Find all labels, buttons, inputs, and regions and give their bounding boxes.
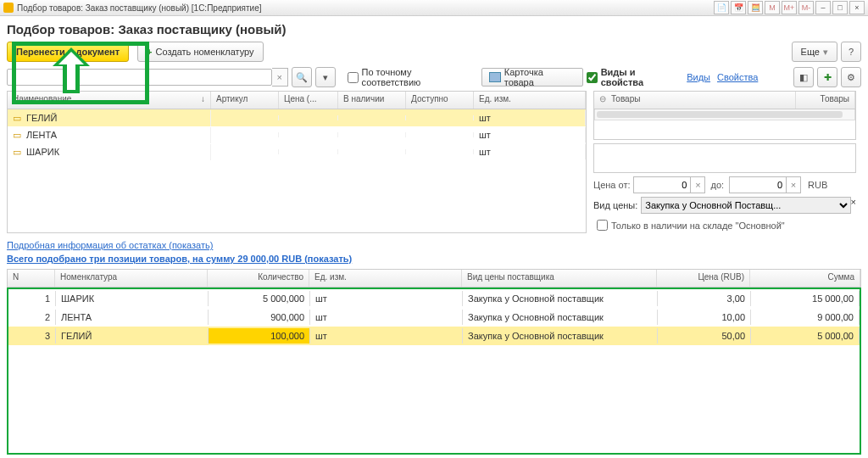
- price-from-label: Цена от:: [593, 180, 630, 190]
- help-button[interactable]: ?: [841, 42, 861, 62]
- tree-collapse-button[interactable]: ◧: [793, 67, 814, 87]
- transfer-button[interactable]: Перенести в документ: [7, 42, 129, 62]
- main-toolbar: Перенести в документ +Создать номенклату…: [7, 42, 861, 62]
- goods-row[interactable]: ▭ЛЕНТАшт: [8, 126, 586, 143]
- calendar-icon[interactable]: 📅: [731, 1, 746, 14]
- create-nomenclature-button[interactable]: +Создать номенклатуру: [137, 42, 264, 62]
- preview-panel: [593, 143, 856, 173]
- close-button[interactable]: ×: [849, 1, 865, 14]
- kinds-props-toggle[interactable]: Виды и свойства Виды Свойства: [583, 67, 765, 87]
- more-button[interactable]: Еще ▾: [792, 42, 837, 62]
- kinds-link[interactable]: Виды: [687, 72, 710, 82]
- calc2-icon[interactable]: 🧮: [748, 1, 763, 14]
- price-type-clear[interactable]: ×: [851, 197, 856, 214]
- picked-grid[interactable]: 1ШАРИК5 000,000штЗакупка у Основной пост…: [7, 288, 861, 455]
- picked-row[interactable]: 2ЛЕНТА900,000штЗакупка у Основной постав…: [8, 308, 860, 327]
- page-title: Подбор товаров: Заказ поставщику (новый): [7, 22, 861, 36]
- clear-search-button[interactable]: ×: [272, 68, 288, 87]
- search-input[interactable]: [7, 69, 272, 86]
- picked-row[interactable]: 1ШАРИК5 000,000штЗакупка у Основной пост…: [8, 289, 860, 308]
- price-from-input[interactable]: [633, 176, 691, 193]
- window-title: Подбор товаров: Заказ поставщику (новый)…: [17, 3, 262, 13]
- price-from-clear[interactable]: ×: [691, 176, 705, 193]
- price-to-input[interactable]: [729, 176, 787, 193]
- mplus-button[interactable]: M+: [782, 1, 797, 14]
- summary-link[interactable]: Всего подобрано три позиции товаров, на …: [7, 254, 861, 264]
- calc-icon[interactable]: 📄: [714, 1, 729, 14]
- categories-tree[interactable]: ⊖Товары Товары: [593, 91, 856, 140]
- price-to-label: до:: [710, 180, 724, 190]
- titlebar: Подбор товаров: Заказ поставщику (новый)…: [0, 0, 868, 16]
- filter-bar: × 🔍 ▾ По точному соответствию Карточка т…: [7, 67, 861, 87]
- filter-button[interactable]: ▾: [315, 67, 336, 87]
- picked-row[interactable]: 3ГЕЛИЙ100,000штЗакупка у Основной постав…: [8, 327, 860, 345]
- settings-button[interactable]: ⚙: [841, 67, 861, 87]
- add-button[interactable]: ✚: [817, 67, 837, 87]
- minimize-button[interactable]: –: [815, 1, 831, 14]
- tree-hscroll[interactable]: [594, 109, 855, 120]
- app-icon: [3, 3, 14, 13]
- stock-details-link[interactable]: Подробная информация об остатках (показа…: [7, 240, 861, 250]
- goods-row[interactable]: ▭ГЕЛИЙшт: [8, 109, 586, 126]
- price-to-clear[interactable]: ×: [787, 176, 801, 193]
- props-link[interactable]: Свойства: [717, 72, 758, 82]
- mminus-button[interactable]: M-: [798, 1, 814, 14]
- item-card-button[interactable]: Карточка товара: [481, 68, 583, 87]
- m-button[interactable]: M: [765, 1, 780, 14]
- goods-grid[interactable]: Наименование↓ Артикул Цена (... В наличи…: [7, 91, 587, 233]
- currency-label: RUB: [808, 180, 827, 190]
- exact-match-checkbox[interactable]: По точному соответствию: [344, 67, 473, 87]
- goods-row[interactable]: ▭ШАРИКшт: [8, 143, 586, 160]
- stock-only-checkbox[interactable]: Только в наличии на складе "Основной": [593, 217, 856, 233]
- maximize-button[interactable]: □: [832, 1, 848, 14]
- price-type-label: Вид цены:: [593, 200, 637, 210]
- price-type-select[interactable]: Закупка у Основной Поставщ...: [641, 197, 850, 214]
- search-button[interactable]: 🔍: [292, 67, 312, 87]
